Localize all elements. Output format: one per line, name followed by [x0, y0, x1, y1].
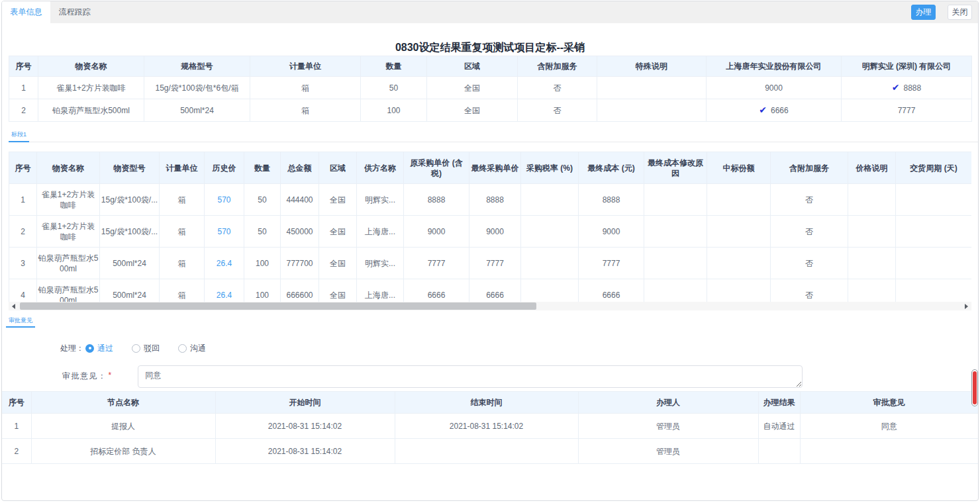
column-header: 办理结果	[758, 392, 800, 414]
comment-label: 审批意见：	[62, 371, 107, 388]
section-tab-bid1[interactable]: 标段1	[9, 130, 29, 142]
column-header: 物资名称	[38, 56, 144, 77]
radio-unselected-icon[interactable]	[178, 344, 187, 353]
page-title: 0830设定结果重复项测试项目定标--采销	[2, 42, 978, 54]
table-cell: 500ml*24	[144, 99, 250, 122]
table-cell	[597, 99, 707, 122]
column-header: 办理人	[578, 392, 758, 414]
table-cell: 招标定价部 负责人	[31, 439, 215, 464]
column-header: 最终成本修改原因	[644, 152, 707, 184]
column-header: 特殊说明	[597, 56, 707, 77]
table-row: 1提报人2021-08-31 15:14:022021-08-31 15:14:…	[2, 414, 978, 439]
column-header: 数量	[361, 56, 427, 77]
table-row: 2雀巢1+2方片装咖啡15g/袋*100袋/...箱57050450000全国上…	[9, 216, 972, 248]
table-cell: 7777	[469, 248, 521, 279]
column-header: 含附加服务	[518, 56, 597, 77]
scroll-right-icon[interactable]	[965, 304, 968, 309]
table-cell	[707, 216, 771, 248]
column-header: 计量单位	[160, 152, 205, 184]
table-cell: 100	[244, 248, 281, 279]
radio-option-reject[interactable]: 驳回	[132, 343, 160, 354]
table-cell: 否	[518, 77, 597, 99]
winner-check-icon: ✔	[759, 105, 767, 115]
table-cell: 8888	[469, 184, 521, 216]
table-cell	[395, 439, 578, 464]
history-price-link[interactable]: 26.4	[217, 259, 232, 268]
table-cell: 450000	[281, 216, 319, 248]
history-price-link[interactable]: 26.4	[217, 291, 232, 300]
table-cell: 7777	[842, 99, 972, 122]
column-header: 审批意见	[800, 392, 978, 414]
radio-unselected-icon[interactable]	[132, 344, 140, 353]
table-cell: 570	[205, 184, 244, 216]
table-row: 3铂泉葫芦瓶型水500ml500ml*24箱26.4100777700全国明辉实…	[9, 248, 972, 279]
table-cell: 2	[9, 99, 38, 122]
tab-form-info[interactable]: 表单信息	[2, 1, 50, 23]
top-actions: 办理 关闭	[911, 5, 972, 20]
table-cell	[644, 216, 707, 248]
table-cell: 1	[2, 414, 31, 439]
table-cell: 26.4	[205, 248, 244, 279]
table-cell: 同意	[800, 414, 978, 439]
table-cell: 100	[361, 99, 427, 122]
vertical-scrollbar[interactable]	[971, 369, 978, 406]
winner-check-icon: ✔	[892, 82, 900, 93]
table-cell: 2021-08-31 15:14:02	[215, 414, 395, 439]
history-price-link[interactable]: 570	[217, 195, 230, 205]
table-cell	[707, 248, 771, 279]
table-cell: 15g/袋*100袋/包*6包/箱	[144, 77, 250, 99]
table-cell: 箱	[160, 216, 205, 248]
handle-radio-row: 处理： 通过驳回沟通	[60, 343, 978, 353]
table-cell	[896, 248, 972, 279]
vertical-scrollbar-thumb[interactable]	[973, 371, 977, 404]
approval-section-header: 审批意见	[6, 316, 978, 328]
table-cell: 管理员	[578, 414, 758, 439]
tab-process-track[interactable]: 流程跟踪	[50, 1, 99, 23]
column-header: 物资名称	[37, 152, 100, 184]
table-cell: ✔8888	[842, 77, 972, 99]
table-cell	[521, 216, 579, 248]
table-cell	[848, 184, 896, 216]
table-cell: 箱	[250, 99, 361, 122]
approval-section-tab[interactable]: 审批意见	[6, 316, 35, 328]
table-cell: 铂泉葫芦瓶型水500ml	[38, 99, 144, 122]
handle-button[interactable]: 办理	[911, 5, 936, 20]
column-header: 序号	[9, 56, 38, 77]
history-price-link[interactable]: 570	[217, 227, 230, 236]
table-cell: 8888	[404, 184, 469, 216]
column-header: 中标份额	[707, 152, 771, 184]
column-header: 规格型号	[144, 56, 250, 77]
scroll-left-icon[interactable]	[12, 304, 15, 309]
table-cell: 2021-08-31 15:14:02	[215, 439, 395, 464]
column-header: 上海唐年实业股份有限公司	[707, 56, 842, 77]
horizontal-scrollbar-thumb[interactable]	[20, 302, 536, 310]
table-cell: 500ml*24	[100, 248, 160, 279]
table-cell: 9000	[707, 77, 842, 99]
table-cell: 8888	[579, 184, 644, 216]
table-cell: 明辉实...	[357, 248, 404, 279]
column-header: 价格说明	[848, 152, 896, 184]
radio-selected-icon[interactable]	[85, 344, 94, 353]
radio-label: 通过	[97, 343, 113, 354]
column-header: 最终采购单价	[469, 152, 521, 184]
comment-textarea[interactable]: 同意	[138, 365, 803, 388]
cell-value: 6666	[771, 106, 789, 115]
table-cell: 全国	[427, 99, 518, 122]
table-cell: 雀巢1+2方片装咖啡	[37, 184, 100, 216]
table-cell	[597, 77, 707, 99]
horizontal-scrollbar[interactable]	[9, 302, 971, 310]
workflow-table: 序号节点名称开始时间结束时间办理人办理结果审批意见1提报人2021-08-31 …	[2, 391, 978, 464]
required-mark: *	[109, 371, 112, 388]
radio-option-pass[interactable]: 通过	[85, 343, 113, 354]
table-cell: 2	[9, 216, 37, 248]
table-cell: 9000	[579, 216, 644, 248]
table-cell: 否	[518, 99, 597, 122]
table-cell: 7777	[404, 248, 469, 279]
column-header: 原采购单价 (含税)	[404, 152, 469, 184]
column-header: 区域	[427, 56, 518, 77]
table-cell: 7777	[579, 248, 644, 279]
radio-option-communicate[interactable]: 沟通	[178, 343, 206, 354]
close-button[interactable]: 关闭	[948, 5, 972, 20]
table-cell: 15g/袋*100袋/...	[100, 184, 160, 216]
column-header: 结束时间	[395, 392, 578, 414]
